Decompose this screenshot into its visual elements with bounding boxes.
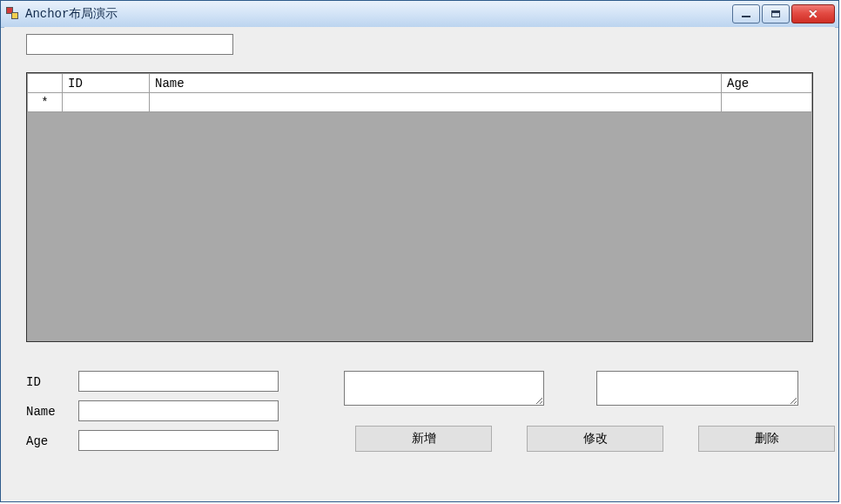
name-field[interactable]: [78, 400, 279, 421]
grid-header-row: ID Name Age: [28, 74, 812, 93]
app-window: Anchor布局演示 ✕ ID Name: [0, 0, 839, 502]
label-age: Age: [26, 434, 48, 448]
search-input[interactable]: [26, 34, 233, 55]
cell-name[interactable]: [150, 93, 722, 112]
cell-id[interactable]: [63, 93, 150, 112]
close-button[interactable]: ✕: [791, 4, 835, 24]
column-header-name[interactable]: Name: [150, 74, 722, 93]
data-grid[interactable]: ID Name Age *: [26, 72, 813, 342]
extra-textbox-b[interactable]: [596, 371, 798, 406]
label-name: Name: [26, 405, 56, 419]
id-field[interactable]: [78, 371, 279, 392]
titlebar: Anchor布局演示 ✕: [1, 1, 838, 28]
cell-age[interactable]: [722, 93, 812, 112]
client-area: ID Name Age * ID Name Age: [4, 27, 835, 498]
window-title: Anchor布局演示: [25, 6, 118, 22]
label-id: ID: [26, 375, 41, 389]
extra-textbox-a[interactable]: [344, 371, 544, 406]
minimize-button[interactable]: [732, 4, 760, 24]
column-header-age[interactable]: Age: [722, 74, 812, 93]
delete-button[interactable]: 删除: [698, 426, 835, 452]
edit-button[interactable]: 修改: [527, 426, 663, 452]
column-header-id[interactable]: ID: [63, 74, 150, 93]
maximize-button[interactable]: [762, 4, 790, 24]
app-icon: [6, 7, 20, 21]
add-button[interactable]: 新增: [355, 426, 492, 452]
age-field[interactable]: [78, 430, 279, 451]
row-header[interactable]: *: [28, 93, 63, 112]
minimize-icon: [742, 16, 750, 17]
maximize-icon: [771, 10, 780, 17]
grid-corner[interactable]: [28, 74, 63, 93]
grid-new-row[interactable]: *: [28, 93, 812, 112]
close-icon: ✕: [808, 8, 818, 20]
